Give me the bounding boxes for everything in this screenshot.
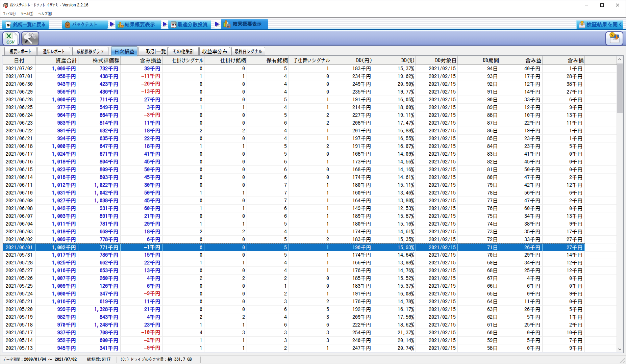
svg-text:CSV: CSV <box>6 40 15 45</box>
svg-text:$: $ <box>611 32 613 37</box>
